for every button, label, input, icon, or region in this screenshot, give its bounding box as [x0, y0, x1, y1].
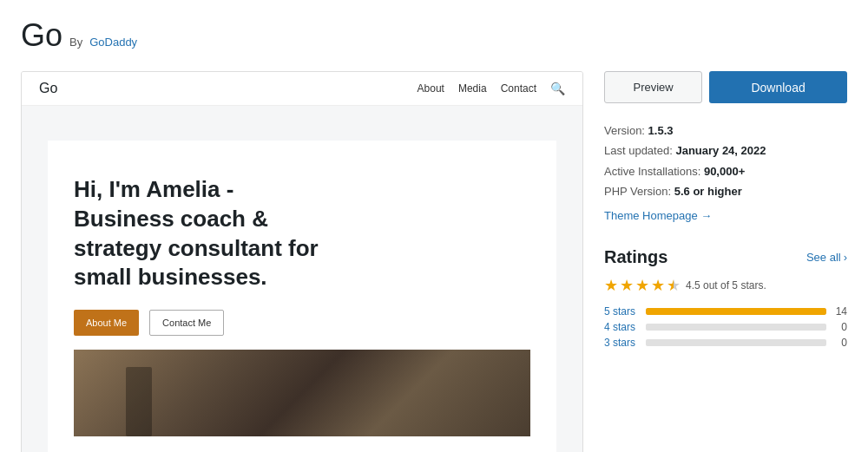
- ratings-section: Ratings See all › ★ ★ ★ ★ ★ 4.5 out of 5…: [604, 247, 847, 349]
- rating-3-link[interactable]: 3 stars: [604, 337, 639, 349]
- active-installs-value: 90,000+: [704, 165, 745, 178]
- star-3: ★: [635, 276, 649, 295]
- demo-nav-media: Media: [458, 82, 487, 95]
- star-1: ★: [604, 276, 618, 295]
- demo-nav-links: About Media Contact 🔍: [418, 82, 565, 95]
- demo-contact-button: Contact Me: [149, 310, 224, 336]
- version-value: 1.5.3: [648, 124, 674, 137]
- demo-hero: Hi, I'm Amelia - Business coach & strate…: [48, 141, 556, 452]
- star-2: ★: [620, 276, 634, 295]
- see-all-label: See all: [806, 251, 841, 264]
- demo-about-button: About Me: [74, 310, 139, 336]
- bar-track-4: [646, 324, 826, 331]
- active-installs-row: Active Installations: 90,000+: [604, 161, 847, 181]
- preview-pane: Go About Media Contact 🔍 Hi, I'm Amelia …: [21, 71, 583, 452]
- stars-label: 4.5 out of 5 stars.: [686, 279, 766, 292]
- page-wrapper: Go By GoDaddy Go About Media Contact 🔍 H…: [0, 0, 868, 452]
- demo-buttons: About Me Contact Me: [74, 310, 530, 336]
- rating-row-3: 3 stars 0: [604, 337, 847, 349]
- rating-count-3: 0: [833, 337, 847, 349]
- theme-homepage-link[interactable]: Theme Homepage →: [604, 206, 712, 226]
- php-version-value: 5.6 or higher: [674, 185, 742, 198]
- rating-row-4: 4 stars 0: [604, 321, 847, 333]
- theme-homepage-row: Theme Homepage →: [604, 202, 847, 226]
- by-label: By: [69, 36, 82, 49]
- star-half: ★: [667, 276, 681, 295]
- last-updated-row: Last updated: January 24, 2022: [604, 141, 847, 160]
- search-icon: 🔍: [550, 82, 565, 95]
- author-link[interactable]: GoDaddy: [89, 36, 137, 49]
- ratings-title: Ratings: [604, 247, 667, 267]
- stars-display: ★ ★ ★ ★ ★ 4.5 out of 5 stars.: [604, 276, 847, 295]
- demo-nav-contact: Contact: [501, 82, 536, 95]
- bar-track-5: [646, 308, 826, 315]
- demo-hero-text: Hi, I'm Amelia - Business coach & strate…: [74, 175, 334, 292]
- theme-header: Go By GoDaddy: [21, 17, 847, 54]
- demo-nav: Go About Media Contact 🔍: [22, 72, 582, 106]
- demo-content: Hi, I'm Amelia - Business coach & strate…: [22, 106, 582, 452]
- theme-meta: Version: 1.5.3 Last updated: January 24,…: [604, 121, 847, 226]
- active-installs-label: Active Installations:: [604, 165, 700, 178]
- download-button[interactable]: Download: [709, 71, 847, 103]
- ratings-header: Ratings See all ›: [604, 247, 847, 267]
- bar-fill-5: [646, 308, 826, 315]
- action-buttons: Preview Download: [604, 71, 847, 103]
- php-version-row: PHP Version: 5.6 or higher: [604, 181, 847, 201]
- rating-4-link[interactable]: 4 stars: [604, 321, 639, 333]
- main-layout: Go About Media Contact 🔍 Hi, I'm Amelia …: [21, 71, 847, 452]
- rating-count-5: 14: [833, 305, 847, 318]
- rating-count-4: 0: [833, 321, 847, 333]
- chevron-right-icon: ›: [844, 251, 847, 264]
- rating-row-5: 5 stars 14: [604, 305, 847, 318]
- bar-track-3: [646, 339, 826, 346]
- demo-nav-about: About: [418, 82, 444, 95]
- preview-button[interactable]: Preview: [604, 71, 702, 103]
- php-version-label: PHP Version:: [604, 185, 671, 198]
- see-all-link[interactable]: See all ›: [806, 251, 847, 264]
- version-label: Version:: [604, 124, 645, 137]
- demo-site-name: Go: [39, 81, 57, 96]
- rating-bars: 5 stars 14 4 stars 0 3 sta: [604, 305, 847, 349]
- star-4: ★: [651, 276, 665, 295]
- last-updated-value: January 24, 2022: [675, 144, 766, 157]
- demo-image: [74, 350, 530, 436]
- sidebar: Preview Download Version: 1.5.3 Last upd…: [604, 71, 847, 452]
- theme-title: Go: [21, 17, 62, 54]
- last-updated-label: Last updated:: [604, 144, 673, 157]
- version-row: Version: 1.5.3: [604, 121, 847, 141]
- stars-icons: ★ ★ ★ ★ ★: [604, 276, 681, 295]
- rating-5-link[interactable]: 5 stars: [604, 305, 639, 318]
